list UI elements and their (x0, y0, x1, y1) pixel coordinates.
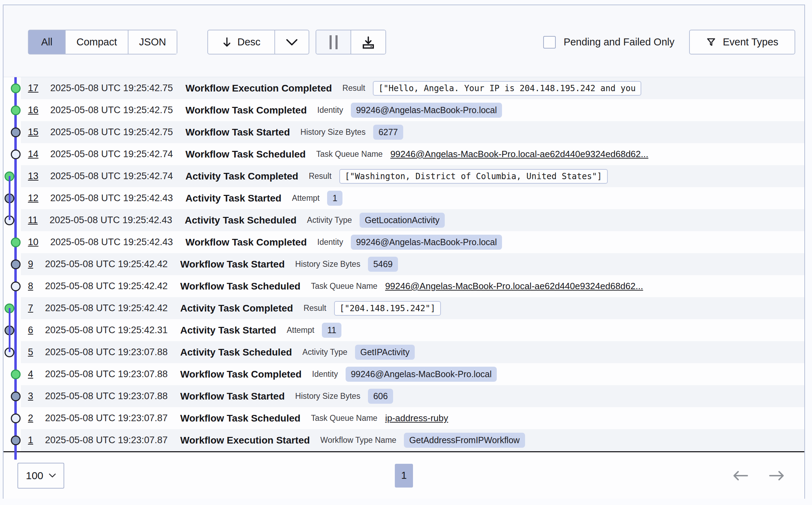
event-attribute-label: Activity Type (307, 215, 352, 225)
sort-label: Desc (237, 36, 260, 48)
page-size-value: 100 (26, 470, 43, 482)
event-id-link[interactable]: 10 (28, 237, 38, 248)
event-attribute-label: Task Queue Name (316, 149, 383, 159)
event-timestamp: 2025-05-08 UTC 19:25:42.43 (50, 237, 173, 248)
view-mode-tabs: All Compact JSON (28, 30, 177, 54)
pending-failed-filter: Pending and Failed Only (543, 36, 674, 49)
current-page-indicator: 1 (395, 464, 413, 488)
event-row-10[interactable]: 102025-05-08 UTC 19:25:42.43Workflow Tas… (21, 231, 804, 253)
event-history-toolbar: All Compact JSON Desc (3, 5, 804, 77)
event-id-link[interactable]: 12 (28, 193, 38, 204)
event-row-5[interactable]: 52025-05-08 UTC 19:23:07.88Activity Task… (21, 341, 804, 363)
tab-all[interactable]: All (29, 30, 65, 54)
event-status-dot-light (5, 215, 14, 225)
event-name: Activity Task Started (185, 193, 281, 204)
event-timestamp: 2025-05-08 UTC 19:25:42.74 (50, 171, 173, 182)
event-id-link[interactable]: 15 (28, 127, 38, 138)
event-id-link[interactable]: 1 (28, 435, 33, 446)
event-row-16[interactable]: 162025-05-08 UTC 19:25:42.75Workflow Tas… (21, 99, 804, 121)
event-timestamp: 2025-05-08 UTC 19:25:42.42 (45, 281, 168, 292)
event-status-dot-green (5, 171, 14, 181)
event-attribute-label: Workflow Type Name (320, 436, 397, 445)
event-row-13[interactable]: 132025-05-08 UTC 19:25:42.74Activity Tas… (21, 165, 804, 187)
event-id-link[interactable]: 14 (28, 149, 38, 160)
event-timestamp: 2025-05-08 UTC 19:25:42.75 (50, 105, 173, 116)
download-button[interactable] (351, 30, 385, 54)
event-types-label: Event Types (723, 36, 778, 48)
event-row-3[interactable]: 32025-05-08 UTC 19:23:07.88Workflow Task… (21, 385, 804, 407)
event-attribute-badge: 606 (368, 389, 393, 404)
event-name: Workflow Task Scheduled (185, 149, 305, 160)
event-id-link[interactable]: 7 (28, 303, 33, 314)
event-status-dot-light (5, 347, 14, 357)
event-attribute-badge: 6277 (373, 125, 403, 140)
event-id-link[interactable]: 13 (28, 171, 38, 182)
event-row-8[interactable]: 82025-05-08 UTC 19:25:42.42Workflow Task… (21, 275, 804, 297)
page-size-select[interactable]: 100 (17, 463, 64, 489)
event-row-2[interactable]: 22025-05-08 UTC 19:23:07.87Workflow Task… (21, 407, 804, 429)
event-row-6[interactable]: 62025-05-08 UTC 19:25:42.31Activity Task… (21, 319, 804, 341)
sort-options-button[interactable] (274, 30, 309, 54)
task-queue-link[interactable]: ip-address-ruby (385, 413, 448, 424)
event-name: Activity Task Started (180, 325, 276, 336)
event-name: Activity Task Completed (180, 303, 293, 314)
chevron-down-icon (286, 39, 298, 46)
event-row-14[interactable]: 142025-05-08 UTC 19:25:42.74Workflow Tas… (21, 143, 804, 165)
event-row-15[interactable]: 152025-05-08 UTC 19:25:42.75Workflow Tas… (21, 121, 804, 143)
event-id-link[interactable]: 2 (28, 413, 33, 424)
event-id-link[interactable]: 11 (28, 215, 38, 226)
event-id-link[interactable]: 9 (28, 259, 33, 270)
pending-failed-checkbox[interactable] (543, 36, 556, 49)
event-status-dot-gray (11, 391, 21, 401)
event-name: Workflow Task Started (185, 127, 290, 138)
event-row-1[interactable]: 12025-05-08 UTC 19:23:07.87Workflow Exec… (21, 429, 804, 451)
arrow-left-icon previous-page-button[interactable] (732, 470, 748, 482)
tab-compact[interactable]: Compact (65, 30, 128, 54)
arrow-right-icon next-page-button[interactable] (769, 470, 785, 482)
event-timestamp: 2025-05-08 UTC 19:23:07.87 (45, 413, 168, 424)
event-row-9[interactable]: 92025-05-08 UTC 19:25:42.42Workflow Task… (21, 253, 804, 275)
event-row-7[interactable]: 72025-05-08 UTC 19:25:42.42Activity Task… (21, 297, 804, 319)
event-types-button[interactable]: Event Types (689, 30, 795, 54)
event-status-dot-gray (11, 436, 21, 445)
pagination-arrows (732, 470, 790, 482)
event-id-link[interactable]: 6 (28, 325, 33, 336)
event-attribute-label: Result (309, 171, 331, 181)
tab-json[interactable]: JSON (128, 30, 177, 54)
event-status-dot-gray (11, 259, 21, 269)
pause-button[interactable] (316, 30, 351, 54)
event-id-link[interactable]: 3 (28, 391, 33, 402)
event-timestamp: 2025-05-08 UTC 19:25:42.75 (50, 83, 173, 94)
event-id-link[interactable]: 4 (28, 369, 33, 380)
task-queue-link[interactable]: 99246@Angelas-MacBook-Pro.local-ae62d440… (390, 149, 648, 160)
event-result-code: ["Washington, District of Columbia, Unit… (339, 169, 608, 184)
event-timestamp: 2025-05-08 UTC 19:23:07.87 (45, 435, 168, 446)
sort-desc-button[interactable]: Desc (208, 30, 274, 54)
event-attribute-badge: 1 (327, 191, 342, 206)
event-id-link[interactable]: 5 (28, 347, 33, 358)
task-queue-link[interactable]: 99246@Angelas-MacBook-Pro.local-ae62d440… (385, 281, 643, 292)
event-row-11[interactable]: 112025-05-08 UTC 19:25:42.43Activity Tas… (21, 209, 804, 231)
event-name: Workflow Task Completed (185, 237, 307, 248)
event-row-4[interactable]: 42025-05-08 UTC 19:23:07.88Workflow Task… (21, 363, 804, 385)
event-status-dot-light (11, 149, 21, 159)
playback-download-group (316, 30, 386, 54)
event-row-17[interactable]: 172025-05-08 UTC 19:25:42.75Workflow Exe… (21, 77, 804, 99)
pagination-bar: 100 1 (3, 452, 804, 499)
pause-icon (330, 35, 338, 49)
event-name: Workflow Execution Started (180, 435, 310, 446)
event-row-12[interactable]: 122025-05-08 UTC 19:25:42.43Activity Tas… (21, 187, 804, 209)
sort-control: Desc (207, 30, 309, 54)
event-timestamp: 2025-05-08 UTC 19:25:42.74 (50, 149, 173, 160)
event-timestamp: 2025-05-08 UTC 19:23:07.88 (45, 347, 168, 358)
event-name: Activity Task Scheduled (180, 347, 292, 358)
event-status-dot-green (11, 83, 21, 93)
event-status-dot-green (5, 303, 14, 313)
event-name: Workflow Task Started (180, 259, 285, 270)
event-status-dot-green (11, 237, 21, 247)
event-attribute-badge: GetAddressFromIPWorkflow (404, 433, 525, 448)
timeline-activity-line (9, 308, 10, 352)
event-id-link[interactable]: 8 (28, 281, 33, 292)
event-id-link[interactable]: 16 (28, 105, 38, 116)
event-id-link[interactable]: 17 (28, 83, 38, 94)
